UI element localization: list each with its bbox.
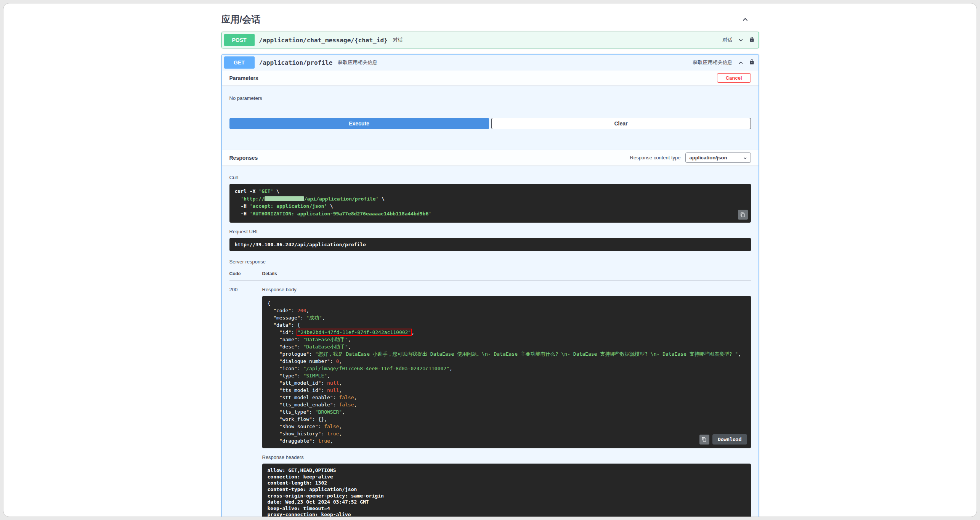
post-method-badge: POST — [224, 34, 255, 46]
request-url-value: http://39.100.86.242/api/application/pro… — [235, 242, 366, 247]
post-summary-row[interactable]: POST /application/chat_message/{chat_id}… — [222, 32, 759, 48]
get-operation-body: Parameters Cancel No parameters Execute … — [222, 71, 759, 517]
post-summary-text: 对话 — [393, 37, 403, 43]
get-path: /application/profile — [259, 59, 333, 66]
response-body-json: { "code": 200, "message": "成功", "data": … — [268, 300, 746, 445]
responses-header: Responses Response content type applicat… — [222, 150, 759, 165]
response-body-label: Response body — [262, 287, 751, 292]
curl-code-block: curl -X 'GET' \ 'http:///api/application… — [229, 184, 751, 223]
request-url-label: Request URL — [229, 229, 751, 234]
get-operation-link[interactable]: 获取应用相关信息 — [693, 59, 733, 66]
tag-title: 应用/会话 — [221, 13, 261, 26]
copy-icon[interactable] — [738, 210, 748, 220]
table-header-row: Code Details — [229, 268, 751, 281]
parameters-title: Parameters — [229, 75, 258, 81]
parameters-header: Parameters Cancel — [222, 71, 759, 85]
response-details: Response body { "code": 200, "message": … — [262, 286, 751, 517]
curl-label: Curl — [229, 175, 751, 180]
chevron-up-icon[interactable] — [741, 16, 749, 23]
lock-icon[interactable] — [749, 59, 755, 66]
content-type-value: application/json — [690, 155, 727, 160]
responses-title: Responses — [229, 155, 258, 161]
lock-icon[interactable] — [749, 37, 755, 44]
get-summary-row[interactable]: GET /application/profile 获取应用相关信息 获取应用相关… — [222, 55, 759, 71]
response-headers-block: allow: GET,HEAD,OPTIONSconnection: keep-… — [262, 464, 751, 517]
response-content-type-select[interactable]: application/json — [685, 152, 751, 163]
download-button[interactable]: Download — [712, 434, 747, 445]
responses-body: Curl curl -X 'GET' \ 'http:///api/applic… — [222, 165, 759, 517]
get-method-badge: GET — [224, 56, 255, 69]
curl-command-text: curl -X 'GET' \ 'http:///api/application… — [235, 188, 746, 217]
api-docs-container: 应用/会话 POST /application/chat_message/{ch… — [221, 3, 759, 517]
details-column-header: Details — [262, 271, 751, 276]
no-parameters-text: No parameters — [222, 85, 759, 118]
execute-wrapper: Execute Clear — [222, 118, 759, 137]
request-url-block: http://39.100.86.242/api/application/pro… — [229, 238, 751, 251]
opblock-post-chat-message: POST /application/chat_message/{chat_id}… — [221, 32, 759, 48]
response-body-actions: Download — [699, 434, 747, 445]
opblock-get-profile: GET /application/profile 获取应用相关信息 获取应用相关… — [221, 54, 759, 517]
cancel-button[interactable]: Cancel — [717, 73, 751, 83]
response-headers-text: allow: GET,HEAD,OPTIONSconnection: keep-… — [268, 467, 746, 517]
tag-section-header[interactable]: 应用/会话 — [221, 9, 759, 32]
get-summary-text: 获取应用相关信息 — [338, 59, 377, 66]
server-response-table: Code Details 200 Response body { "code":… — [229, 268, 751, 517]
copy-icon[interactable] — [699, 435, 709, 445]
post-path: /application/chat_message/{chat_id} — [259, 37, 388, 44]
table-row: 200 Response body { "code": 200, "messag… — [229, 281, 751, 517]
swagger-page: 应用/会话 POST /application/chat_message/{ch… — [3, 3, 977, 517]
code-column-header: Code — [229, 271, 262, 276]
response-body-block[interactable]: { "code": 200, "message": "成功", "data": … — [262, 296, 751, 448]
chevron-down-icon[interactable] — [738, 37, 744, 43]
clear-button[interactable]: Clear — [491, 118, 751, 129]
execute-button[interactable]: Execute — [229, 118, 489, 129]
response-headers-label: Response headers — [262, 454, 751, 460]
response-content-type: Response content type application/json — [630, 152, 751, 163]
chevron-up-icon[interactable] — [738, 60, 744, 66]
server-response-label: Server response — [229, 259, 751, 265]
content-type-label: Response content type — [630, 155, 681, 160]
status-code: 200 — [229, 286, 262, 517]
chevron-down-icon — [743, 156, 747, 162]
post-operation-link[interactable]: 对话 — [723, 37, 733, 43]
